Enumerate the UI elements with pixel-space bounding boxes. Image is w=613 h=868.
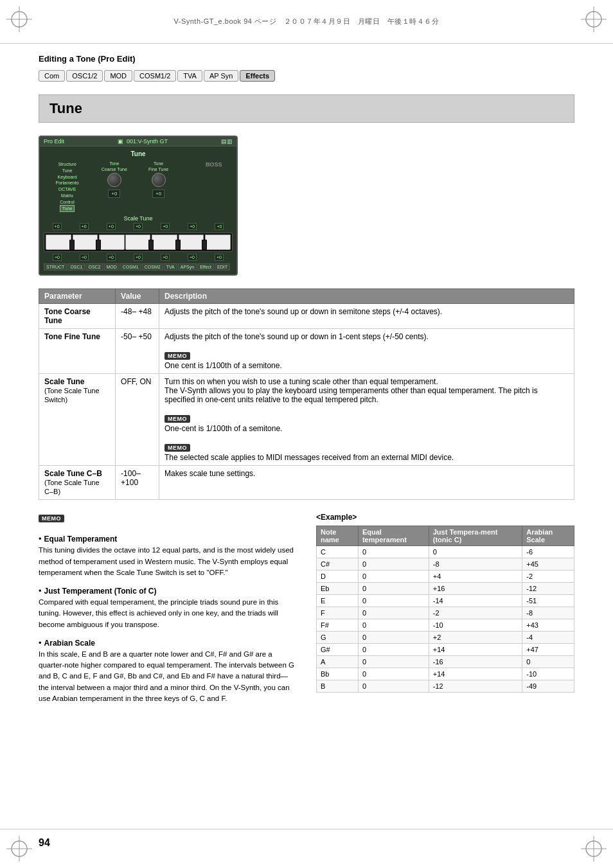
scale-val-7: +0 bbox=[215, 223, 224, 230]
example-cell: +4 bbox=[429, 571, 522, 583]
screen-title: Tune bbox=[44, 150, 233, 157]
param-value-cell: -100– +100 bbox=[116, 466, 159, 500]
table-row: C#0-8+45 bbox=[317, 558, 574, 571]
memo-badge-main: MEMO bbox=[39, 515, 64, 522]
scale-val-3: +0 bbox=[107, 223, 116, 230]
example-cell: +43 bbox=[522, 619, 574, 632]
param-sub: (Tone Scale Tune Switch) bbox=[44, 387, 100, 403]
tab-bar: Com OSC1/2 MOD COSM1/2 TVA AP Syn Effect… bbox=[39, 70, 574, 82]
example-cell: -16 bbox=[429, 656, 522, 668]
param-name: Scale Tune C–B bbox=[44, 469, 102, 478]
bottom-left: MEMO •Equal Temperament This tuning divi… bbox=[39, 513, 297, 712]
key-e bbox=[99, 235, 125, 250]
table-row: E0-14-51 bbox=[317, 595, 574, 607]
bottom-val-7: +0 bbox=[215, 254, 224, 261]
table-row: Tone Fine Tune -50– +50 Adjusts the pitc… bbox=[39, 329, 574, 374]
screen-knobs-row: StructureTuneKeyboardPortamentoOCTAVEMat… bbox=[44, 161, 233, 211]
example-table: Note name Equal temperament Just Tempera… bbox=[316, 526, 574, 693]
key-fs bbox=[148, 240, 154, 250]
bullet-text-equal: This tuning divides the octave into 12 e… bbox=[39, 545, 297, 578]
example-cell: C# bbox=[317, 558, 359, 571]
knob2-label1: Tone bbox=[154, 161, 163, 166]
screen-tab-effect: Effect bbox=[197, 263, 214, 270]
example-cell: G bbox=[317, 632, 359, 644]
scale-val-1: +0 bbox=[53, 223, 62, 230]
parameter-table: Parameter Value Description Tone Coarse … bbox=[39, 288, 574, 500]
screen-left-panel: StructureTuneKeyboardPortamentoOCTAVEMat… bbox=[55, 161, 80, 211]
screen-tab-apsyn: APSyn bbox=[178, 263, 197, 270]
example-cell: +47 bbox=[522, 644, 574, 656]
header-bar: V-Synth-GT_e.book 94 ページ ２００７年４月９日 月曜日 午… bbox=[0, 0, 613, 44]
screen-header-left: Pro Edit bbox=[44, 138, 64, 145]
example-cell: +2 bbox=[429, 632, 522, 644]
corner-mark-br bbox=[581, 836, 607, 862]
example-header-just: Just Tempera-ment (tonic C) bbox=[429, 526, 522, 546]
screen-header-center: ▣ 001:V-Synth GT bbox=[118, 138, 168, 145]
param-name: Tone Fine Tune bbox=[44, 332, 100, 341]
example-cell: -10 bbox=[429, 619, 522, 632]
example-cell: E bbox=[317, 595, 359, 607]
example-cell: -14 bbox=[429, 595, 522, 607]
example-cell: -4 bbox=[522, 632, 574, 644]
tab-cosm12[interactable]: COSM1/2 bbox=[134, 70, 176, 82]
example-cell: 0 bbox=[358, 619, 429, 632]
param-name-cell: Scale Tune C–B (Tone Scale Tune C–B) bbox=[39, 466, 116, 500]
bottom-val-1: +0 bbox=[53, 254, 62, 261]
table-row: B0-12-49 bbox=[317, 680, 574, 693]
example-cell: -2 bbox=[429, 607, 522, 619]
example-cell: +14 bbox=[429, 644, 522, 656]
table-row: F#0-10+43 bbox=[317, 619, 574, 632]
example-cell: -12 bbox=[429, 680, 522, 693]
section-title: Editing a Tone (Pro Edit) bbox=[39, 54, 574, 64]
key-eb bbox=[96, 240, 101, 250]
tab-effects[interactable]: Effects bbox=[240, 70, 275, 82]
knob1-value: +0 bbox=[108, 190, 120, 198]
screen-box: Pro Edit ▣ 001:V-Synth GT ▤▥ Tune Struct… bbox=[39, 136, 238, 276]
example-cell: -8 bbox=[522, 607, 574, 619]
knob2 bbox=[152, 173, 166, 187]
knob2-label2: Fine Tune bbox=[148, 167, 168, 172]
param-header-desc: Description bbox=[159, 289, 574, 304]
example-cell: -51 bbox=[522, 595, 574, 607]
param-name-cell: Scale Tune (Tone Scale Tune Switch) bbox=[39, 374, 116, 466]
knob1-label2: Coarse Tune bbox=[102, 167, 127, 172]
bullet-just-temperament: •Just Temperament (Tonic of C) Compared … bbox=[39, 586, 297, 630]
example-cell: 0 bbox=[522, 656, 574, 668]
param-desc-cell: Makes scale tune settings. bbox=[159, 466, 574, 500]
screen-scale-tune-label: Scale Tune bbox=[44, 215, 233, 222]
example-cell: G# bbox=[317, 644, 359, 656]
param-name-cell: Tone Coarse Tune bbox=[39, 304, 116, 329]
table-row: G0+2-4 bbox=[317, 632, 574, 644]
example-cell: +45 bbox=[522, 558, 574, 571]
example-cell: 0 bbox=[358, 583, 429, 595]
key-g bbox=[152, 235, 177, 250]
table-row: Tone Coarse Tune -48– +48 Adjusts the pi… bbox=[39, 304, 574, 329]
tab-tva[interactable]: TVA bbox=[177, 70, 202, 82]
example-header-arabian: Arabian Scale bbox=[522, 526, 574, 546]
example-cell: 0 bbox=[358, 595, 429, 607]
example-cell: C bbox=[317, 546, 359, 558]
param-value-cell: -48– +48 bbox=[116, 304, 159, 329]
screen-tab-strip: STRUCT OSC1 OSC2 MOD COSM1 COSM2 TVA APS… bbox=[44, 263, 233, 270]
tab-osc12[interactable]: OSC1/2 bbox=[66, 70, 103, 82]
param-desc-cell: Turn this on when you wish to use a tuni… bbox=[159, 374, 574, 466]
bullet-title-just: •Just Temperament (Tonic of C) bbox=[39, 586, 297, 596]
scale-val-5: +0 bbox=[161, 223, 170, 230]
example-cell: 0 bbox=[358, 668, 429, 680]
tab-apsyn[interactable]: AP Syn bbox=[204, 70, 239, 82]
tab-com[interactable]: Com bbox=[39, 70, 65, 82]
bullet-equal-temperament: •Equal Temperament This tuning divides t… bbox=[39, 534, 297, 578]
param-name: Scale Tune bbox=[44, 377, 84, 386]
example-cell: 0 bbox=[358, 656, 429, 668]
table-row: A0-160 bbox=[317, 656, 574, 668]
screen-tab-edit: EDIT bbox=[215, 263, 230, 270]
key-a bbox=[179, 235, 204, 250]
table-row: Scale Tune (Tone Scale Tune Switch) OFF,… bbox=[39, 374, 574, 466]
example-cell: F# bbox=[317, 619, 359, 632]
tab-mod[interactable]: MOD bbox=[104, 70, 132, 82]
bottom-right: <Example> Note name Equal temperament Ju… bbox=[316, 513, 574, 712]
example-cell: A bbox=[317, 656, 359, 668]
param-name-cell: Tone Fine Tune bbox=[39, 329, 116, 374]
screen-bottom-vals: +0 +0 +0 +0 +0 +0 +0 bbox=[44, 254, 233, 261]
page-number: 94 bbox=[39, 837, 50, 849]
